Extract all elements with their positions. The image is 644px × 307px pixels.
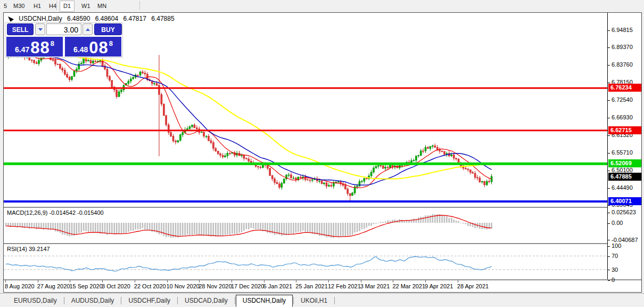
macd-label: MACD(12,26,9) -0.014542 -0.015400 <box>7 209 104 216</box>
time-axis-tick <box>70 280 70 282</box>
timeframe-toolbar: 5M30H1H4D1W1MN <box>0 0 644 12</box>
sell-price-button[interactable]: 6.47 88 8 <box>6 37 63 56</box>
price-tick-label: 6.44490 <box>608 184 633 191</box>
time-axis[interactable]: 8 Aug 202027 Aug 202015 Sep 20203 Oct 20… <box>4 280 607 292</box>
date-label: 22 Mar 2021 <box>392 283 425 289</box>
chart-tab-usdcnh-daily[interactable]: USDCNH,Daily <box>236 295 293 307</box>
price-tick-label: 6.94815 <box>608 26 633 34</box>
ohlc-low: 6.47817 <box>123 15 146 22</box>
date-label: 3 Mar 2021 <box>360 283 390 289</box>
ohlc-close: 6.47885 <box>151 15 174 22</box>
buy-price-button[interactable]: 6.48 08 8 <box>65 37 121 56</box>
chart-marker-icon <box>8 17 14 22</box>
tab-divider <box>64 297 64 304</box>
time-axis-tick <box>5 280 6 282</box>
rsi-indicator-canvas[interactable] <box>4 244 607 279</box>
date-label: 27 Aug 2020 <box>37 283 70 289</box>
time-axis-tick <box>264 280 265 282</box>
tab-divider <box>121 297 121 304</box>
sell-price-prefix: 6.47 <box>15 44 29 55</box>
time-axis-tick <box>393 280 393 282</box>
tab-divider <box>334 297 335 304</box>
rsi-tick-label: 100 <box>608 242 621 249</box>
one-click-trade-panel: SELL 3.00 BUY 6.47 88 8 6.48 08 8 <box>5 22 123 58</box>
level-price-label: 6.76234 <box>608 84 641 92</box>
ohlc-open: 6.48590 <box>67 15 90 22</box>
date-label: 28 Apr 2021 <box>457 283 489 289</box>
time-axis-tick <box>458 280 458 282</box>
rsi-label: RSI(14) 39.2147 <box>7 246 50 252</box>
price-tick-label: 6.66930 <box>608 114 633 121</box>
volume-decrease-button[interactable] <box>35 23 45 35</box>
timeframe-button-h4[interactable]: H4 <box>45 1 60 12</box>
tab-divider <box>177 297 178 304</box>
rsi-tick-label: 70 <box>608 252 618 260</box>
volume-increase-button[interactable] <box>82 23 93 35</box>
date-label: 9 Apr 2021 <box>425 283 453 289</box>
ohlc-high: 6.48604 <box>95 15 118 22</box>
date-label: 28 Nov 2020 <box>199 283 232 289</box>
buy-price-sup: 8 <box>109 39 113 47</box>
price-tick-label: 6.55710 <box>608 149 633 156</box>
panel-separator[interactable] <box>4 207 641 208</box>
buy-price-big: 08 <box>89 41 108 55</box>
price-axis[interactable]: 6.948156.893706.837606.781506.725406.669… <box>607 13 641 279</box>
price-tick-label: 6.89370 <box>608 43 633 51</box>
time-axis-tick <box>232 280 232 282</box>
chart-tab-eurusd-daily[interactable]: EURUSD,Daily <box>7 295 63 306</box>
spinner-down-icon <box>38 28 43 31</box>
spinner-up-icon <box>86 28 90 31</box>
time-axis-tick <box>38 280 38 282</box>
date-label: 22 Oct 2020 <box>134 283 166 289</box>
rsi-tick-label: 30 <box>608 266 618 273</box>
chart-tab-audusd-daily[interactable]: AUDUSD,Daily <box>65 295 121 306</box>
sell-button[interactable]: SELL <box>7 23 34 35</box>
buy-button[interactable]: BUY <box>94 23 122 35</box>
level-price-label: 6.52069 <box>608 159 641 167</box>
price-tick-label: 6.83760 <box>608 61 633 68</box>
time-axis-tick <box>199 280 200 282</box>
date-label: 6 Jan 2021 <box>263 283 292 289</box>
date-label: 3 Oct 2020 <box>102 283 130 289</box>
time-axis-tick <box>328 280 329 282</box>
date-label: 12 Feb 2021 <box>328 283 361 289</box>
panel-separator[interactable] <box>4 243 641 244</box>
chart-tab-ukoil-h1[interactable]: UKOil,H1 <box>294 295 334 306</box>
volume-input[interactable]: 3.00 <box>46 23 81 35</box>
tab-divider <box>235 297 235 304</box>
time-axis-tick <box>167 280 168 282</box>
timeframe-button-m30[interactable]: M30 <box>10 1 28 12</box>
sell-price-big: 88 <box>30 41 49 55</box>
toolbar-separator <box>56 1 57 10</box>
timeframe-button-h1[interactable]: H1 <box>30 1 45 12</box>
chart-tab-usdcad-daily[interactable]: USDCAD,Daily <box>178 295 234 306</box>
chart-window: USDCNH,Daily 6.48590 6.48604 6.47817 6.4… <box>3 12 642 293</box>
time-axis-tick <box>102 280 103 282</box>
time-axis-tick <box>361 280 361 282</box>
time-axis-tick <box>135 280 135 282</box>
macd-tick-label: 0.025623 <box>608 208 636 216</box>
chart-title: USDCNH,Daily 6.48590 6.48604 6.47817 6.4… <box>8 15 178 22</box>
sell-price-sup: 8 <box>51 39 54 47</box>
buy-price-prefix: 6.48 <box>73 44 88 55</box>
time-axis-tick <box>296 280 296 282</box>
current-price-label: 6.47885 <box>608 173 641 181</box>
rsi-tick-label: 0 <box>608 276 615 284</box>
chart-tab-bar: EURUSD,DailyAUDUSD,DailyUSDCHF,DailyUSDC… <box>0 293 644 307</box>
chart-symbol-label: USDCNH,Daily <box>19 15 62 22</box>
timeframe-button-w1[interactable]: W1 <box>78 1 94 12</box>
date-label: 17 Dec 2020 <box>231 283 264 289</box>
mt4-workspace: 5M30H1H4D1W1MN USDCNH,Daily 6.48590 6.48… <box>0 0 644 307</box>
date-label: 10 Nov 2020 <box>167 283 200 289</box>
timeframe-button-d1[interactable]: D1 <box>60 1 75 12</box>
timeframe-button-mn[interactable]: MN <box>94 1 110 12</box>
date-label: 8 Aug 2020 <box>5 283 35 289</box>
tab-divider <box>293 297 294 304</box>
macd-tick-label: 0.00 <box>608 219 623 227</box>
time-axis-tick <box>425 280 426 282</box>
level-price-label: 6.62715 <box>608 126 641 134</box>
price-tick-label: 6.72540 <box>608 96 633 103</box>
level-price-label: 6.40071 <box>608 197 641 205</box>
chart-tab-usdchf-daily[interactable]: USDCHF,Daily <box>122 295 177 306</box>
date-label: 25 Jan 2021 <box>295 283 328 289</box>
